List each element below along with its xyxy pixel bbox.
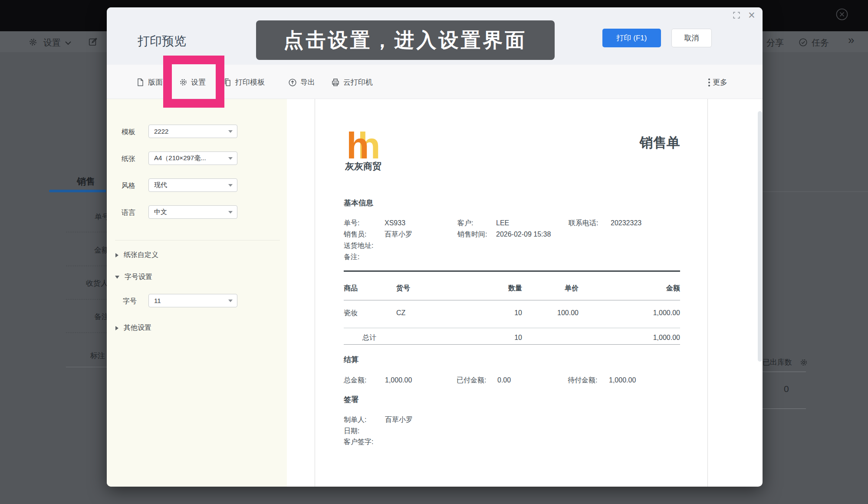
print-button[interactable]: 打印 (F1) <box>602 29 661 47</box>
check-circle-icon <box>799 38 808 47</box>
template-select[interactable]: 2222 <box>148 125 237 138</box>
toolbar-item-cloud-printer[interactable]: 云打印机 <box>331 77 373 87</box>
settle-label: 已付金额: <box>457 376 486 385</box>
bg-column-header: 已出库数 <box>763 357 792 367</box>
table-total-row: 总计 10 1,000.00 <box>344 333 680 342</box>
style-select[interactable]: 现代 <box>148 178 237 192</box>
divider <box>763 191 868 192</box>
annotation-tooltip: 点击设置，进入设置界面 <box>256 20 555 60</box>
info-value: 2026-02-09 15:38 <box>496 230 551 239</box>
col-header: 商品 <box>344 284 396 293</box>
font-size-select[interactable]: 11 <box>148 294 237 307</box>
section-settlement: 结算 <box>344 355 358 364</box>
info-value: 20232323 <box>611 219 641 227</box>
divider <box>344 344 680 345</box>
section-label: 纸张自定义 <box>124 250 158 260</box>
caret-down-icon <box>228 157 233 160</box>
chevron-down-icon <box>64 40 72 46</box>
col-header: 金额 <box>579 284 680 293</box>
cell-product: 瓷妆 <box>344 309 396 317</box>
gear-icon <box>29 38 37 46</box>
gear-icon[interactable] <box>800 359 808 366</box>
section-label: 字号设置 <box>125 273 152 282</box>
sign-value: 百草小罗 <box>385 415 413 424</box>
edit-icon[interactable] <box>88 37 98 46</box>
col-header: 数量 <box>461 284 522 293</box>
language-field-label: 语言 <box>122 208 135 217</box>
cell-price: 100.00 <box>522 309 579 317</box>
table-top-border <box>344 270 680 272</box>
info-value: 百草小罗 <box>385 230 412 239</box>
section-font-settings[interactable]: 字号设置 <box>115 273 152 282</box>
total-amount: 1,000.00 <box>579 333 680 342</box>
logo-letter-front: h <box>346 127 369 164</box>
col-header: 单价 <box>522 284 579 293</box>
divider <box>763 408 806 409</box>
close-icon[interactable]: × <box>748 9 755 22</box>
fullscreen-icon[interactable] <box>733 11 740 21</box>
settle-value: 1,000.00 <box>385 376 412 385</box>
divider <box>344 328 680 328</box>
background-task-button[interactable]: 任务 <box>812 37 829 48</box>
toolbar-item-label: 设置 <box>191 77 206 87</box>
section-paper-custom[interactable]: 纸张自定义 <box>115 250 158 260</box>
toolbar-item-print-template[interactable]: 打印模板 <box>224 77 265 87</box>
bg-cell-value: 0 <box>784 384 789 394</box>
font-size-select-value: 11 <box>154 297 161 304</box>
double-chevron-icon[interactable]: » <box>848 35 854 45</box>
section-label: 其他设置 <box>124 323 151 333</box>
divider <box>763 372 806 372</box>
toolbar-item-layout[interactable]: 版面 <box>136 77 163 87</box>
paper-select[interactable]: A4（210×297毫... <box>148 152 237 165</box>
paper-select-value: A4（210×297毫... <box>154 154 206 162</box>
spacer <box>522 333 579 342</box>
sign-label: 日期: <box>344 427 359 435</box>
bg-field-label: 收货人 <box>86 278 108 288</box>
toolbar-item-settings[interactable]: 设置 <box>179 77 206 87</box>
background-settings-button[interactable]: 设置 <box>43 37 61 48</box>
template-icon <box>224 78 232 86</box>
company-name: 灰灰商贸 <box>345 160 381 172</box>
sign-label: 客户签字: <box>344 438 373 446</box>
toolbar-more-label: 更多 <box>713 77 727 87</box>
dialog-title: 打印预览 <box>138 33 186 49</box>
toolbar-item-export[interactable]: 导出 <box>288 77 315 87</box>
toolbar-item-label: 云打印机 <box>343 77 373 87</box>
caret-down-icon <box>228 211 233 214</box>
caret-down-icon <box>228 184 233 187</box>
total-label: 总计 <box>344 333 396 342</box>
background-share-button[interactable]: 分享 <box>766 37 784 48</box>
info-label: 备注: <box>344 253 359 261</box>
spacer <box>396 333 461 342</box>
settle-value: 0.00 <box>497 376 511 385</box>
settle-label: 待付金额: <box>568 376 597 385</box>
caret-down-icon <box>228 130 233 133</box>
divider <box>115 240 280 240</box>
template-select-value: 2222 <box>154 128 168 135</box>
info-label: 联系电话: <box>569 219 598 227</box>
info-label: 客户: <box>457 219 473 227</box>
page-icon <box>136 78 145 86</box>
info-label: 销售时间: <box>457 230 487 239</box>
table-header-row: 商品 货号 数量 单价 金额 <box>344 284 680 293</box>
language-select[interactable]: 中文 <box>148 205 237 219</box>
toolbar-item-label: 导出 <box>300 77 315 87</box>
background-tab-sales[interactable]: 销售 <box>77 175 95 188</box>
section-basic-info: 基本信息 <box>344 198 373 208</box>
preview-scrollbar[interactable] <box>758 111 762 362</box>
paper-field-label: 纸张 <box>122 155 135 164</box>
document-title: 销售单 <box>550 134 680 152</box>
toolbar-more-button[interactable]: 更多 <box>708 77 727 87</box>
sign-label: 制单人: <box>344 415 366 424</box>
background-close-icon[interactable] <box>836 8 848 20</box>
paper-left-edge <box>315 99 315 487</box>
export-icon <box>288 78 297 87</box>
screen: 设置 分享 任务 » 销售 单号 金额 收货人 备注 标注 已出库数 0 打印预… <box>0 0 868 504</box>
cancel-button[interactable]: 取消 <box>671 29 712 47</box>
settle-value: 1,000.00 <box>609 376 636 385</box>
style-field-label: 风格 <box>122 181 135 191</box>
section-other-settings[interactable]: 其他设置 <box>115 323 151 333</box>
table-row: 瓷妆 CZ 10 100.00 1,000.00 <box>344 309 680 317</box>
caret-down-icon <box>228 300 233 302</box>
paper-right-edge <box>707 99 708 487</box>
